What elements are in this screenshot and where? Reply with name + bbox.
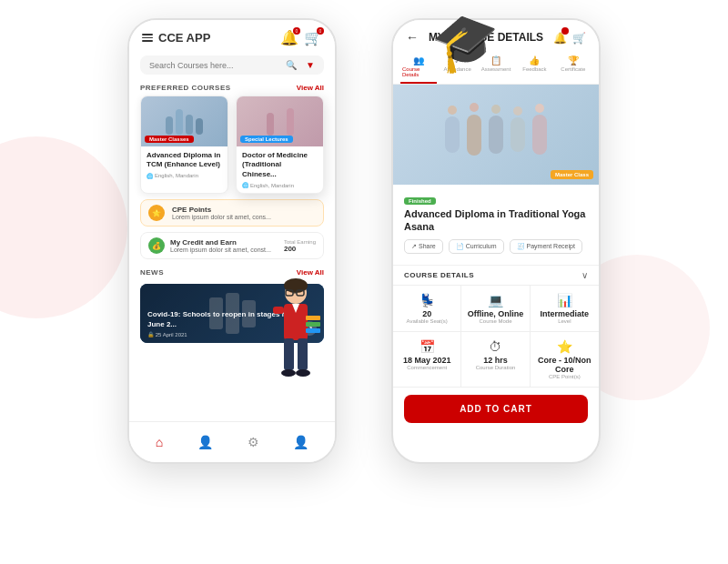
svg-rect-8 — [284, 338, 294, 370]
credit-row[interactable]: 💰 My Credit and Earn Lorem ipsum dolor s… — [140, 232, 324, 259]
course-card-2[interactable]: Special Lectures Doctor of Medicine (Tra… — [236, 96, 324, 194]
collapse-icon[interactable]: ∨ — [581, 270, 588, 280]
share-button[interactable]: ↗ Share — [404, 239, 443, 254]
course-hero-image: Master Class — [393, 85, 599, 185]
earning-amount: 200 — [284, 245, 316, 253]
course-card-2-image: Special Lectures — [237, 96, 323, 146]
svg-point-14 — [281, 369, 296, 377]
total-earning-label: Total Earning — [284, 239, 316, 245]
nav-courses[interactable]: 👤 — [197, 435, 213, 449]
preferred-courses-title: PREFERRED COURSES — [140, 84, 231, 92]
notification-icon[interactable]: 🔔 0 — [280, 29, 298, 46]
tab-feedback-icon: 👍 — [529, 55, 540, 65]
payment-receipt-button[interactable]: 🧾 Payment Receipt — [510, 239, 582, 254]
credit-desc: Lorem ipsum dolor sit amet, const... — [170, 247, 271, 253]
phone1-bottom-nav: ⌂ 👤 ⚙ 👤 — [129, 421, 335, 462]
credit-earning: Total Earning 200 — [284, 239, 316, 253]
curriculum-button[interactable]: 📄 Curriculum — [449, 239, 504, 254]
seats-icon: 💺 — [420, 293, 435, 307]
phone2-notification-badge — [561, 27, 569, 35]
course-details-grid: 💺 20 Available Seat(s) 💻 Offline, Online… — [393, 285, 599, 388]
cpe-points-row[interactable]: ⭐ CPE Points Lorem ipsum dolor sit amet,… — [140, 199, 324, 227]
account-icon: 👤 — [293, 435, 308, 449]
curriculum-icon: 📄 — [456, 243, 464, 250]
duration-value: 12 hrs — [483, 356, 508, 365]
phone2-header-icons: 🔔 🛒 — [553, 29, 586, 45]
graduation-cap-icon: 🎓 — [427, 4, 505, 79]
preferred-courses-view-all[interactable]: View All — [297, 84, 324, 92]
phone1-header: CCE APP 🔔 0 🛒 0 — [129, 20, 335, 52]
tab-course-details-icon: 👥 — [413, 55, 424, 65]
preferred-courses-header: PREFERRED COURSES View All — [129, 78, 335, 96]
courses-row: Master Classes Advanced Diploma in TCM (… — [129, 96, 335, 194]
commencement-value: 18 May 2021 — [403, 356, 451, 365]
detail-seats: 💺 20 Available Seat(s) — [393, 286, 461, 332]
app-title: CCE APP — [158, 31, 210, 45]
finished-badge: Finished — [404, 197, 436, 205]
level-value: Intermediate — [541, 309, 590, 318]
back-button[interactable]: ← — [406, 30, 419, 45]
credit-info: My Credit and Earn Lorem ipsum dolor sit… — [170, 238, 271, 253]
filter-icon[interactable]: ▼ — [306, 60, 315, 70]
cpe-info: CPE Points Lorem ipsum dolor sit amet, c… — [172, 206, 271, 220]
detail-commencement: 📅 18 May 2021 Commencement — [393, 332, 461, 388]
tab-certificate-icon: 🏆 — [568, 55, 579, 65]
student-illustration — [264, 275, 328, 423]
svg-rect-11 — [306, 322, 320, 327]
cpe-detail-label: CPE Point(s) — [549, 374, 581, 379]
tab-course-details[interactable]: 👥 Course Details — [400, 53, 437, 80]
level-icon: 📊 — [557, 293, 572, 307]
commencement-label: Commencement — [407, 365, 447, 370]
cpe-detail-value: Core - 10/Non Core — [536, 356, 593, 374]
course-card-1-image: Master Classes — [141, 96, 228, 146]
detail-level: 📊 Intermediate Level — [531, 286, 599, 332]
search-bar[interactable]: 🔍 ▼ — [140, 55, 324, 75]
notification-badge: 0 — [293, 27, 300, 35]
nav-account[interactable]: 👤 — [293, 435, 308, 449]
cpe-detail-icon: ⭐ — [557, 339, 572, 354]
search-input[interactable] — [149, 61, 280, 70]
course2-title: Advanced Diploma in Traditional Yoga Asa… — [404, 207, 588, 234]
tab-feedback[interactable]: 👍 Feedback — [516, 53, 552, 80]
svg-rect-9 — [298, 338, 308, 370]
course-card-2-title: Doctor of Medicine (Traditional Chinese.… — [242, 151, 318, 179]
add-to-cart-button[interactable]: ADD TO CART — [404, 395, 588, 423]
nav-home[interactable]: ⌂ — [156, 435, 163, 449]
phone-2-course-details: ← MY COURSE DETAILS 🔔 🛒 👥 Course Details… — [391, 18, 601, 464]
detail-cpe: ⭐ Core - 10/Non Core CPE Point(s) — [531, 332, 599, 388]
news-title: NEWS — [140, 268, 164, 277]
svg-point-15 — [296, 369, 310, 377]
svg-rect-10 — [306, 316, 320, 320]
header-icons: 🔔 0 🛒 0 — [280, 29, 322, 46]
course2-info: Finished Advanced Diploma in Traditional… — [393, 185, 599, 265]
search-icon[interactable]: 🔍 — [286, 60, 297, 70]
cpe-icon: ⭐ — [148, 205, 165, 221]
duration-label: Course Duration — [476, 365, 516, 370]
phone1-header-left: CCE APP — [142, 31, 210, 45]
cpe-desc: Lorem ipsum dolor sit amet, cons... — [172, 214, 271, 220]
cart-icon[interactable]: 🛒 0 — [304, 29, 322, 46]
home-icon: ⌂ — [156, 435, 163, 449]
mode-label: Course Mode — [479, 318, 511, 324]
credit-icon: 💰 — [148, 237, 165, 254]
hamburger-menu-icon[interactable] — [142, 34, 153, 42]
course-card-1-lang: 🌐 English, Mandarin — [147, 173, 222, 179]
credit-label: My Credit and Earn — [170, 238, 271, 247]
course-card-2-tag: Special Lectures — [240, 136, 293, 143]
course-card-1[interactable]: Master Classes Advanced Diploma in TCM (… — [140, 96, 228, 194]
seats-value: 20 — [422, 309, 431, 318]
svg-rect-13 — [273, 307, 284, 314]
masterclass-tag: Master Class — [551, 170, 593, 179]
phone2-cart-icon[interactable]: 🛒 — [572, 29, 586, 45]
settings-icon: ⚙ — [248, 435, 259, 449]
detail-duration: ⏱ 12 hrs Course Duration — [461, 332, 530, 388]
action-buttons: ↗ Share 📄 Curriculum 🧾 Payment Receipt — [404, 239, 588, 254]
mode-icon: 💻 — [488, 293, 503, 307]
tab-certificate[interactable]: 🏆 Certificate — [555, 53, 592, 80]
cart-badge: 0 — [317, 27, 324, 35]
mode-value: Offline, Online — [468, 309, 524, 318]
nav-settings[interactable]: ⚙ — [248, 435, 259, 449]
courses-icon: 👤 — [197, 435, 213, 449]
phone2-notification-icon[interactable]: 🔔 — [553, 29, 567, 45]
level-label: Level — [558, 318, 571, 324]
